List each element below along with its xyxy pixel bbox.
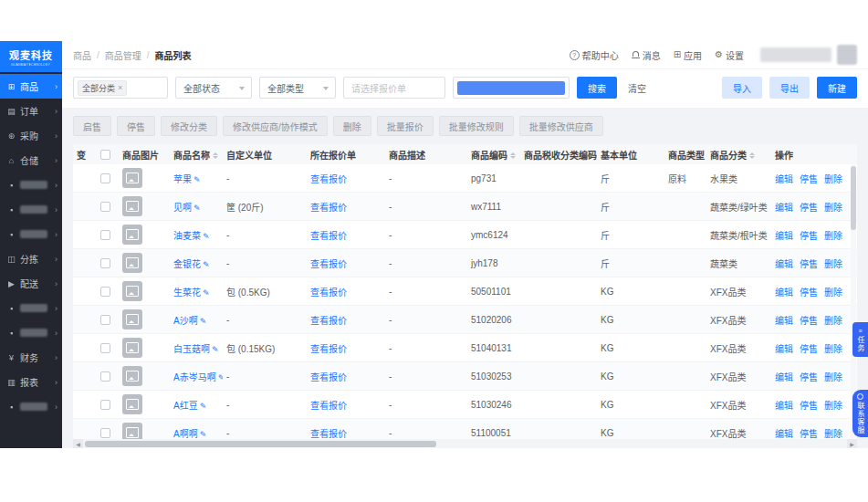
import-button[interactable]: 导入 bbox=[722, 77, 762, 99]
row-checkbox[interactable] bbox=[100, 258, 110, 268]
bulk-disable-sale-button[interactable]: 停售 bbox=[117, 116, 155, 136]
row-checkbox[interactable] bbox=[100, 287, 110, 297]
quote-sheet-input[interactable]: 请选择报价单 bbox=[343, 77, 445, 99]
stop-sale-link[interactable]: 停售 bbox=[800, 256, 818, 270]
status-select[interactable]: 全部状态 bbox=[175, 77, 252, 99]
sort-icon[interactable] bbox=[749, 152, 755, 159]
delete-link[interactable]: 删除 bbox=[824, 200, 842, 214]
bulk-bulk-edit-supplier-button[interactable]: 批量修改供应商 bbox=[519, 116, 603, 136]
edit-link[interactable]: 编辑 bbox=[775, 313, 793, 327]
type-select[interactable]: 全部类型 bbox=[259, 77, 336, 99]
breadcrumb-item-goods-management[interactable]: 商品管理 bbox=[105, 48, 141, 62]
delete-link[interactable]: 删除 bbox=[824, 426, 842, 440]
product-name-link[interactable]: A红豆 bbox=[173, 401, 198, 411]
horizontal-scrollbar[interactable]: ◀ ▶ bbox=[73, 439, 857, 448]
view-quote-link[interactable]: 查看报价 bbox=[310, 401, 347, 411]
view-quote-link[interactable]: 查看报价 bbox=[310, 231, 347, 241]
delete-link[interactable]: 删除 bbox=[824, 228, 842, 242]
product-name-link[interactable]: A沙啊 bbox=[173, 316, 198, 326]
sidebar-item-redacted-1[interactable]: ▪› bbox=[0, 173, 62, 197]
scroll-right-arrow-icon[interactable]: ▶ bbox=[847, 439, 857, 448]
edit-name-icon[interactable]: ✎ bbox=[193, 204, 201, 213]
delete-link[interactable]: 删除 bbox=[824, 370, 842, 383]
stop-sale-link[interactable]: 停售 bbox=[800, 398, 818, 412]
search-button[interactable]: 搜索 bbox=[577, 77, 617, 99]
product-name-link[interactable]: A啊啊 bbox=[173, 429, 198, 439]
edit-name-icon[interactable]: ✎ bbox=[203, 288, 210, 298]
messages-button[interactable]: 消息 bbox=[632, 48, 661, 62]
sort-icon[interactable] bbox=[510, 152, 516, 159]
horizontal-scrollbar-track[interactable] bbox=[83, 439, 847, 448]
product-name-link[interactable]: 白玉菇啊 bbox=[173, 344, 210, 354]
delete-link[interactable]: 删除 bbox=[824, 256, 842, 270]
task-float-button[interactable]: ≡ 任务 bbox=[852, 322, 868, 357]
product-name-link[interactable]: 生菜花 bbox=[173, 288, 201, 298]
sidebar-item-redacted-5[interactable]: ▪› bbox=[0, 320, 62, 345]
row-checkbox[interactable] bbox=[100, 428, 110, 438]
edit-name-icon[interactable]: ✎ bbox=[218, 373, 223, 382]
brand-logo[interactable]: 观麦科技 GUANMAITECHNOLOGY bbox=[0, 41, 62, 72]
sidebar-item-redacted-4[interactable]: ▪› bbox=[0, 296, 62, 320]
view-quote-link[interactable]: 查看报价 bbox=[310, 203, 347, 213]
product-name-link[interactable]: 苹果 bbox=[173, 174, 192, 184]
view-quote-link[interactable]: 查看报价 bbox=[310, 316, 347, 326]
view-quote-link[interactable]: 查看报价 bbox=[310, 259, 347, 269]
product-name-link[interactable]: 油麦菜 bbox=[173, 231, 201, 241]
edit-link[interactable]: 编辑 bbox=[775, 200, 793, 214]
sort-icon[interactable] bbox=[213, 152, 218, 159]
horizontal-scrollbar-thumb[interactable] bbox=[85, 441, 436, 447]
category-tag[interactable]: 全部分类 × bbox=[78, 80, 127, 96]
row-checkbox[interactable] bbox=[100, 371, 110, 382]
edit-name-icon[interactable]: ✎ bbox=[193, 175, 201, 184]
row-checkbox[interactable] bbox=[100, 315, 110, 325]
sidebar-item-purchase[interactable]: ⊛采购› bbox=[0, 123, 62, 148]
sidebar-item-orders[interactable]: ▤订单› bbox=[0, 99, 62, 123]
delete-link[interactable]: 删除 bbox=[824, 313, 842, 327]
view-quote-link[interactable]: 查看报价 bbox=[310, 372, 347, 382]
column-header-code[interactable]: 商品编码 bbox=[467, 144, 520, 164]
sidebar-item-redacted-2[interactable]: ▪› bbox=[0, 197, 62, 222]
create-button[interactable]: 新建 bbox=[817, 77, 857, 99]
settings-button[interactable]: ⚙ 设置 bbox=[715, 48, 744, 62]
edit-name-icon[interactable]: ✎ bbox=[203, 260, 210, 269]
bulk-enable-sale-button[interactable]: 启售 bbox=[73, 116, 111, 136]
remove-tag-icon[interactable]: × bbox=[118, 83, 122, 92]
bulk-edit-supplier-mode-button[interactable]: 修改供应商/协作模式 bbox=[223, 116, 328, 136]
edit-link[interactable]: 编辑 bbox=[775, 172, 793, 185]
edit-link[interactable]: 编辑 bbox=[775, 341, 793, 355]
row-checkbox[interactable] bbox=[100, 230, 110, 240]
stop-sale-link[interactable]: 停售 bbox=[800, 228, 818, 242]
vertical-scrollbar-thumb[interactable] bbox=[851, 166, 856, 230]
customer-service-float-button[interactable]: 联系客服 bbox=[852, 390, 868, 437]
sidebar-item-storage[interactable]: ⌂仓储› bbox=[0, 148, 62, 173]
row-checkbox[interactable] bbox=[100, 400, 110, 410]
edit-link[interactable]: 编辑 bbox=[775, 398, 793, 412]
clear-button[interactable]: 清空 bbox=[624, 77, 650, 99]
product-name-link[interactable]: 金银花 bbox=[173, 259, 201, 269]
stop-sale-link[interactable]: 停售 bbox=[800, 172, 818, 185]
product-name-link[interactable]: A赤岑马啊 bbox=[173, 372, 216, 382]
bulk-bulk-quote-button[interactable]: 批量报价 bbox=[377, 116, 434, 136]
sidebar-item-goods[interactable]: ⊞商品› bbox=[0, 74, 62, 99]
edit-name-icon[interactable]: ✎ bbox=[203, 232, 210, 241]
row-checkbox[interactable] bbox=[100, 202, 110, 212]
view-quote-link[interactable]: 查看报价 bbox=[310, 174, 347, 184]
select-all-checkbox[interactable] bbox=[100, 150, 110, 160]
bulk-edit-category-button[interactable]: 修改分类 bbox=[161, 116, 217, 136]
view-quote-link[interactable]: 查看报价 bbox=[310, 288, 347, 298]
edit-link[interactable]: 编辑 bbox=[775, 426, 793, 440]
sidebar-item-redacted-6[interactable]: ▪› bbox=[0, 394, 62, 419]
row-checkbox[interactable] bbox=[100, 173, 110, 183]
edit-link[interactable]: 编辑 bbox=[775, 256, 793, 270]
edit-link[interactable]: 编辑 bbox=[775, 285, 793, 298]
apps-button[interactable]: ⊞ 应用 bbox=[674, 48, 702, 62]
edit-link[interactable]: 编辑 bbox=[775, 228, 793, 242]
column-header-name[interactable]: 商品名称 bbox=[170, 144, 223, 164]
delete-link[interactable]: 删除 bbox=[824, 341, 842, 355]
category-filter[interactable]: 全部分类 × bbox=[73, 77, 168, 99]
column-header-category[interactable]: 商品分类 bbox=[706, 144, 771, 164]
stop-sale-link[interactable]: 停售 bbox=[800, 200, 818, 214]
delete-link[interactable]: 删除 bbox=[824, 398, 842, 412]
row-checkbox[interactable] bbox=[100, 343, 110, 353]
edit-name-icon[interactable]: ✎ bbox=[200, 402, 207, 411]
